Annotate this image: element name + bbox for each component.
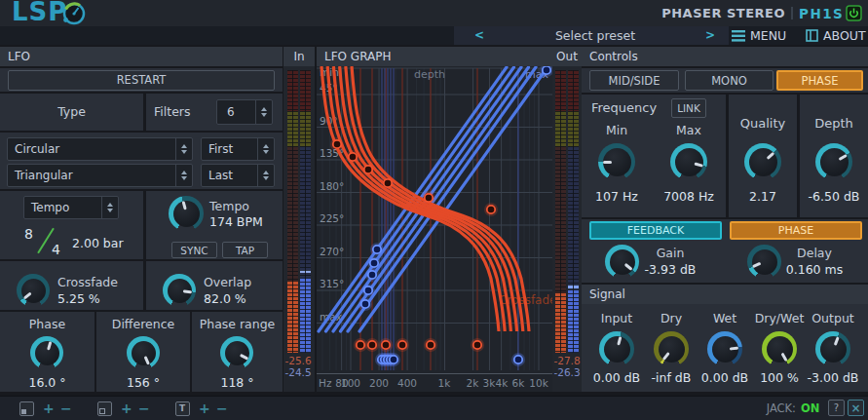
svg-text:225°: 225° <box>320 212 344 224</box>
ui-scale-icon <box>97 401 112 416</box>
lfo-graph-header: LFO GRAPH <box>317 47 552 66</box>
ui-scale-minus-button[interactable]: − <box>138 401 150 416</box>
midside-button[interactable]: MID/SIDE <box>589 70 679 91</box>
jack-status: ON <box>801 401 819 415</box>
lfo-order2-combo[interactable]: Last <box>201 164 275 187</box>
svg-text:depth: depth <box>414 68 445 81</box>
crossfade-knob[interactable] <box>17 274 50 307</box>
title-bar: LSP PHASER STEREO PH1S <box>0 0 868 26</box>
menu-button[interactable]: MENU <box>750 28 786 43</box>
tempo-knob-label: Tempo <box>209 200 249 213</box>
phase-knob[interactable] <box>30 336 63 369</box>
lfo-order1-combo[interactable]: First <box>201 137 275 161</box>
difference-knob[interactable] <box>127 336 160 369</box>
about-button[interactable]: ABOUT <box>823 28 866 43</box>
tempo-mode-combo[interactable]: Tempo <box>23 196 119 219</box>
menu-icon[interactable] <box>732 30 745 42</box>
svg-text:200: 200 <box>369 377 389 389</box>
combo-arrows-icon <box>175 165 192 186</box>
out-meter-header: Out <box>552 47 582 66</box>
feedback-gain-knob[interactable] <box>605 245 639 279</box>
lfo-type1-combo[interactable]: Circular <box>7 137 193 161</box>
svg-text:Hz: Hz <box>319 377 332 389</box>
feedback-delay-label: Delay <box>783 247 846 260</box>
link-button[interactable]: LINK <box>671 98 706 118</box>
controls-title: Controls <box>589 50 638 63</box>
svg-text:3k: 3k <box>483 377 497 389</box>
font-plus-button[interactable]: + <box>199 401 210 416</box>
ui-scale-plus-button[interactable]: + <box>121 401 132 416</box>
time-signature-denominator[interactable]: 4 <box>52 243 60 256</box>
svg-text:270°: 270° <box>320 246 344 257</box>
scale-minus-button[interactable]: − <box>60 401 72 416</box>
preset-next-button[interactable]: > <box>705 28 715 42</box>
time-signature-numerator[interactable]: 8 <box>24 227 33 241</box>
phase-toggle-button[interactable]: PHASE <box>776 70 863 91</box>
lfo-order1-value: First <box>202 142 257 156</box>
type-tab[interactable]: Type <box>0 94 143 131</box>
depth-value: -6.50 dB <box>800 190 868 204</box>
restart-button[interactable]: RESTART <box>8 70 275 91</box>
in-meter-label: In <box>293 50 304 63</box>
feedback-delay-value: 0.160 ms <box>779 263 849 277</box>
feedback-phase-button[interactable]: PHASE <box>730 221 862 240</box>
bar-length-value[interactable]: 2.00 bar <box>72 237 124 250</box>
window-scale-icon <box>19 401 34 416</box>
font-minus-button[interactable]: − <box>216 401 228 416</box>
depth-knob[interactable] <box>815 143 852 180</box>
dry-knob[interactable] <box>654 331 689 366</box>
svg-text:4k: 4k <box>496 377 509 389</box>
tap-button[interactable]: TAP <box>222 242 268 258</box>
gauge-logo-icon <box>61 1 87 26</box>
preset-selector[interactable]: Select preset <box>487 28 703 43</box>
feedback-delay-knob[interactable] <box>747 245 781 279</box>
controls-section-header: Controls <box>582 47 868 66</box>
help-icon[interactable]: ? <box>828 400 845 416</box>
tempo-knob[interactable] <box>169 196 204 231</box>
overlap-label: Overlap <box>204 276 251 289</box>
in-meter-left-bar <box>287 70 298 353</box>
signal-title: Signal <box>589 287 625 301</box>
power-icon[interactable] <box>846 5 862 21</box>
output-knob[interactable] <box>815 331 850 366</box>
svg-text:400: 400 <box>397 377 417 389</box>
freq-min-knob[interactable] <box>598 143 635 180</box>
phase-value: 16.0 ° <box>0 376 94 390</box>
combo-arrows-icon <box>257 165 274 186</box>
freq-max-knob[interactable] <box>670 143 707 180</box>
phase-range-knob[interactable] <box>220 336 253 369</box>
plugin-window: LSP PHASER STEREO PH1S < Select preset >… <box>0 0 868 420</box>
lfo-title: LFO <box>8 50 30 63</box>
lfo-type2-value: Triangular <box>8 169 175 182</box>
lfo-graph-title: LFO GRAPH <box>324 50 391 63</box>
feedback-gain-label: Gain <box>639 247 701 260</box>
resize-icon[interactable]: × <box>848 400 864 416</box>
feedback-gain-value: -3.93 dB <box>635 263 705 277</box>
lfo-type1-value: Circular <box>8 142 175 156</box>
mono-button[interactable]: MONO <box>685 70 774 91</box>
wet-knob[interactable] <box>707 331 742 366</box>
drywet-knob[interactable] <box>762 331 797 366</box>
tempo-mode-value: Tempo <box>24 201 101 214</box>
phase-range-value: 118 ° <box>192 376 283 390</box>
lfo-graph-svg[interactable]: min45°90°135°180°225°270°315°maxdepthmax… <box>317 66 552 392</box>
overlap-knob[interactable] <box>163 274 196 307</box>
lfo-type2-combo[interactable]: Triangular <box>7 164 193 187</box>
about-icon[interactable] <box>806 29 818 42</box>
overlap-value: 82.0 % <box>204 292 246 306</box>
scale-plus-button[interactable]: + <box>43 401 55 416</box>
in-meter-right-value: -24.5 <box>282 366 315 378</box>
filters-spinner[interactable]: 6 <box>216 99 273 125</box>
input-knob[interactable] <box>599 331 634 366</box>
sync-button[interactable]: SYNC <box>171 242 217 258</box>
out-meter-right-bar <box>568 70 579 353</box>
spinner-arrows-icon[interactable] <box>255 100 272 124</box>
output-value: -3.00 dB <box>798 371 868 385</box>
svg-text:10k: 10k <box>529 377 548 389</box>
crossfade-value: 5.25 % <box>57 292 100 306</box>
quality-knob[interactable] <box>744 143 781 180</box>
feedback-button[interactable]: FEEDBACK <box>589 221 722 240</box>
preset-prev-button[interactable]: < <box>474 28 484 42</box>
preset-bar: < Select preset > MENU ABOUT <box>0 26 868 45</box>
freq-min-value: 107 Hz <box>586 190 647 204</box>
